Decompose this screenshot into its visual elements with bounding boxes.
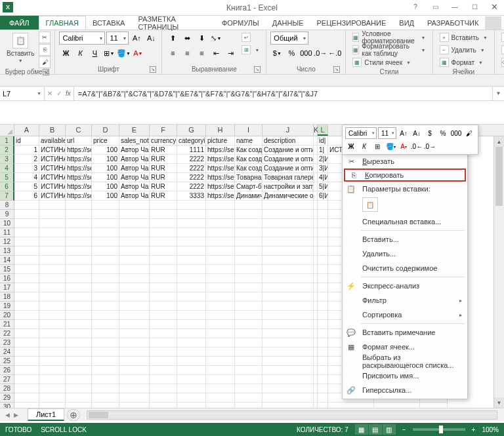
sheet-tab-1[interactable]: Лист1 (28, 408, 64, 421)
cell[interactable]: 2222 (177, 182, 206, 191)
row-header-18[interactable]: 18 (0, 292, 14, 302)
cell[interactable]: 100 (92, 164, 119, 173)
ctx-copy[interactable]: ⎘Копировать (344, 168, 466, 182)
mini-font-color[interactable]: A▾ (398, 140, 410, 152)
bold-button[interactable]: Ж (59, 47, 72, 60)
cell[interactable] (206, 384, 235, 393)
ctx-filter[interactable]: Фильтр▸ (343, 293, 467, 307)
cell[interactable] (92, 237, 119, 247)
cut-button[interactable]: ✂ (39, 31, 51, 43)
cell[interactable]: Смарт-ба (235, 182, 262, 191)
border-button[interactable]: ⊞▼ (102, 47, 116, 60)
cell[interactable] (14, 283, 39, 292)
ctx-delete[interactable]: Удалить... (343, 247, 467, 261)
cell[interactable] (119, 347, 150, 357)
col-header-F[interactable]: F (150, 125, 177, 136)
cell[interactable] (150, 329, 177, 338)
cell[interactable]: categoryid (177, 136, 206, 146)
cell[interactable] (39, 393, 66, 403)
cell[interactable]: id (14, 136, 39, 146)
cell[interactable] (206, 366, 235, 375)
scroll-up-button[interactable]: ▲ (494, 136, 504, 147)
inc-decimal-button[interactable]: .0→ (314, 47, 327, 60)
cell[interactable] (14, 247, 39, 256)
cell[interactable] (235, 201, 262, 210)
cell[interactable] (150, 357, 177, 366)
cell[interactable] (177, 384, 206, 393)
cell[interactable] (92, 283, 119, 292)
ctx-clear[interactable]: Очистить содержимое (343, 261, 467, 275)
row-header-28[interactable]: 28 (0, 384, 14, 393)
cell[interactable] (39, 292, 66, 302)
cell[interactable] (66, 256, 92, 265)
cell[interactable] (92, 338, 119, 347)
cell[interactable] (119, 329, 150, 338)
grow-font-button[interactable]: A↑ (130, 31, 143, 45)
cell[interactable] (66, 302, 92, 311)
row-header-8[interactable]: 8 (0, 201, 14, 210)
cell[interactable] (318, 375, 328, 384)
col-header-C[interactable]: C (66, 125, 92, 136)
cell[interactable] (177, 393, 206, 403)
cell[interactable]: 1| (318, 146, 328, 155)
cell[interactable] (318, 256, 328, 265)
col-header-A[interactable]: A (14, 125, 39, 136)
cell[interactable]: 4|И (318, 173, 328, 182)
fill-button[interactable]: ↓▼ (499, 44, 504, 56)
col-header-L[interactable]: L (318, 125, 328, 136)
cell[interactable]: RUR (150, 182, 177, 191)
row-header-27[interactable]: 27 (0, 375, 14, 384)
cell[interactable]: настройки и запуск (262, 182, 314, 191)
ctx-sort[interactable]: Сортировка▸ (343, 307, 467, 322)
mini-shrink-font[interactable]: A↓ (411, 127, 423, 139)
cell[interactable] (206, 274, 235, 283)
tab-insert[interactable]: ВСТАВКА (86, 16, 131, 30)
cell[interactable]: Автор Чак (119, 173, 150, 182)
cell[interactable] (206, 210, 235, 219)
cell[interactable] (177, 375, 206, 384)
user-avatar[interactable] (485, 16, 501, 30)
cell[interactable]: ИСТИНА (39, 191, 66, 201)
cell[interactable] (119, 256, 150, 265)
cell[interactable] (119, 283, 150, 292)
cell[interactable] (235, 384, 262, 393)
cell[interactable]: Автор Чак (119, 182, 150, 191)
mini-percent[interactable]: % (437, 127, 449, 139)
cell[interactable] (235, 274, 262, 283)
cell[interactable] (66, 292, 92, 302)
cell[interactable] (14, 265, 39, 274)
mini-italic[interactable]: К (358, 140, 370, 152)
comma-button[interactable]: 000 (299, 47, 312, 60)
row-header-17[interactable]: 17 (0, 283, 14, 292)
cell[interactable] (14, 375, 39, 384)
cell[interactable] (66, 338, 92, 347)
tab-file[interactable]: ФАЙЛ (0, 16, 39, 30)
cell[interactable] (318, 393, 328, 403)
cell[interactable] (39, 210, 66, 219)
cell[interactable] (14, 274, 39, 283)
cell[interactable] (119, 311, 150, 320)
italic-button[interactable]: К (74, 47, 87, 60)
cell[interactable] (92, 302, 119, 311)
close-button[interactable]: ✕ (484, 0, 504, 13)
cell[interactable] (318, 311, 328, 320)
tab-pagelayout[interactable]: РАЗМЕТКА СТРАНИЦЫ (131, 16, 215, 30)
cell[interactable] (318, 237, 328, 247)
autosum-button[interactable]: Σ▼ (499, 31, 504, 43)
minimize-button[interactable]: — (445, 0, 465, 13)
cell[interactable] (235, 210, 262, 219)
cell[interactable]: RUR (150, 146, 177, 155)
cell[interactable] (150, 311, 177, 320)
cell[interactable] (177, 247, 206, 256)
cell[interactable]: 5 (14, 182, 39, 191)
cell[interactable] (66, 384, 92, 393)
ctx-define-name[interactable]: Присвоить имя... (343, 368, 467, 383)
cell[interactable] (150, 256, 177, 265)
row-header-13[interactable]: 13 (0, 247, 14, 256)
dec-decimal-button[interactable]: ←.0 (328, 47, 341, 60)
cell[interactable] (206, 228, 235, 237)
cell[interactable] (150, 338, 177, 347)
mini-border[interactable]: ⊞ (371, 140, 383, 152)
cell[interactable] (262, 210, 314, 219)
cell[interactable] (66, 375, 92, 384)
